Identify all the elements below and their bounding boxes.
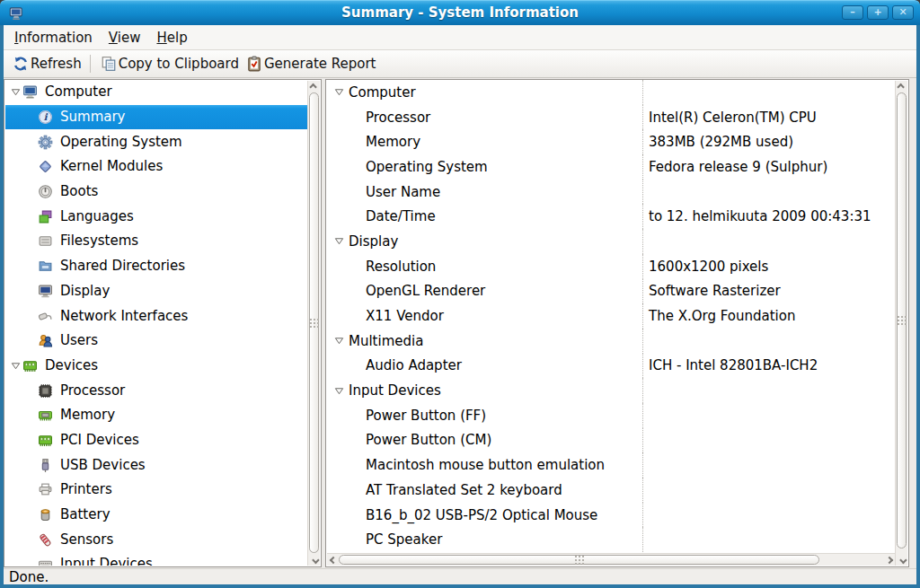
sidebar-item-users[interactable]: Users [5,329,307,354]
titlebar[interactable]: Summary - System Information – + ✕ [0,0,920,25]
detail-group-input-devices[interactable]: Input Devices [327,378,895,403]
details-scrollbar-thumb[interactable] [897,92,907,549]
refresh-label: Refresh [31,56,82,72]
processor-icon [38,383,53,399]
details-hscrollbar-thumb[interactable] [339,555,819,565]
detail-row-processor[interactable]: Processor Intel(R) Celeron(TM) CPU [327,105,895,130]
toolbar-separator [90,55,91,73]
users-icon [38,333,53,348]
detail-row-memory[interactable]: Memory 383MB (292MB used) [327,129,895,154]
copy-to-clipboard-label: Copy to Clipboard [119,56,239,72]
sidebar-item-usb-devices[interactable]: USB Devices [5,452,307,478]
sidebar-item-filesystems[interactable]: Filesystems [5,229,307,254]
expander-down-icon[interactable] [332,385,346,396]
category-tree: Computer i Summary Operating System Kern… [5,80,307,566]
details-rows: Computer Processor Intel(R) Celeron(TM) … [327,80,895,553]
menubar: Information View Help [4,25,916,50]
sidebar-vertical-scrollbar[interactable] [307,81,320,566]
generate-report-button[interactable]: Generate Report [243,53,380,75]
minimize-button[interactable]: – [842,5,863,20]
refresh-button[interactable]: Refresh [9,53,85,75]
languages-icon [38,209,53,224]
power-icon [38,184,53,199]
sidebar-item-pci-devices[interactable]: PCI Devices [5,428,307,453]
sidebar-item-processor[interactable]: Processor [5,378,307,403]
network-icon [38,309,53,324]
scroll-down-icon[interactable] [896,554,907,566]
sidebar-item-computer[interactable]: Computer [5,80,307,105]
sidebar-item-sensors[interactable]: Sensors [5,527,307,552]
scroll-up-icon[interactable] [308,81,320,92]
devices-icon [22,358,38,373]
menu-view[interactable]: View [101,27,149,48]
detail-group-multimedia[interactable]: Multimedia [327,329,895,354]
sidebar-item-boots[interactable]: Boots [5,180,307,205]
window-title: Summary - System Information [0,4,920,21]
details-horizontal-scrollbar[interactable] [327,553,895,566]
sidebar-item-memory[interactable]: Memory [5,403,307,428]
refresh-icon [13,56,29,72]
sidebar-item-devices[interactable]: Devices [5,354,307,379]
menu-help[interactable]: Help [148,27,195,48]
sidebar-scrollbar-thumb[interactable] [309,92,319,553]
filesystems-icon [38,233,53,249]
memory-icon [38,408,53,423]
expander-down-icon[interactable] [9,360,22,371]
sidebar-item-printers[interactable]: Printers [5,478,307,503]
display-icon [38,284,53,299]
detail-group-display[interactable]: Display [327,229,895,254]
sensors-icon [38,532,53,548]
expander-down-icon[interactable] [332,336,346,347]
scroll-up-icon[interactable] [896,81,907,92]
kernel-module-icon [38,159,53,174]
gear-icon [38,135,53,150]
sidebar-item-battery[interactable]: Battery [5,503,307,528]
detail-row-resolution[interactable]: Resolution 1600x1200 pixels [327,254,895,279]
scroll-right-icon[interactable] [883,554,895,566]
scroll-left-icon[interactable] [327,554,339,566]
details-vertical-scrollbar[interactable] [895,81,907,566]
copy-to-clipboard-button[interactable]: Copy to Clipboard [97,53,243,75]
detail-row-operating-system[interactable]: Operating System Fedora release 9 (Sulph… [327,154,895,180]
detail-row-power-button-cm[interactable]: Power Button (CM) [327,428,895,453]
sidebar-item-shared-directories[interactable]: Shared Directories [5,254,307,279]
detail-row-optical-mouse[interactable]: B16_b_02 USB-PS/2 Optical Mouse [327,503,895,528]
sidebar-item-operating-system[interactable]: Operating System [5,129,307,154]
detail-row-pc-speaker[interactable]: PC Speaker [327,527,895,552]
scroll-down-icon[interactable] [308,554,320,566]
expander-down-icon[interactable] [9,87,22,98]
app-window: Summary - System Information – + ✕ Infor… [0,0,920,588]
detail-row-audio-adapter[interactable]: Audio Adapter ICH - Intel 82801BA-ICH2 [327,354,895,379]
status-text: Done. [9,570,49,584]
expander-down-icon[interactable] [332,87,346,98]
sidebar-panel: Computer i Summary Operating System Kern… [4,79,322,567]
computer-icon [22,84,38,100]
sidebar-item-kernel-modules[interactable]: Kernel Modules [5,154,307,180]
expander-down-icon[interactable] [332,236,346,247]
input-devices-icon [38,557,53,566]
printer-icon [38,482,53,497]
sidebar-item-input-devices[interactable]: Input Devices [5,552,307,566]
detail-row-at-keyboard[interactable]: AT Translated Set 2 keyboard [327,478,895,503]
detail-group-computer[interactable]: Computer [327,80,895,105]
generate-report-icon [246,56,262,72]
sidebar-item-summary[interactable]: i Summary [5,105,307,130]
detail-row-opengl-renderer[interactable]: OpenGL Renderer Software Rasterizer [327,279,895,304]
detail-row-x11-vendor[interactable]: X11 Vendor The X.Org Foundation [327,303,895,329]
pci-icon [38,433,53,448]
sidebar-item-languages[interactable]: Languages [5,204,307,229]
usb-icon [38,458,53,473]
maximize-button[interactable]: + [867,5,889,20]
toolbar: Refresh Copy to Clipboard Generate Repor… [4,50,916,78]
detail-row-date-time[interactable]: Date/Time to 12. helmikuuta 2009 00:43:3… [327,204,895,229]
main-area: Computer i Summary Operating System Kern… [4,78,916,568]
detail-row-user-name[interactable]: User Name [327,180,895,205]
menu-information[interactable]: Information [6,27,101,48]
generate-report-label: Generate Report [264,56,376,72]
sidebar-item-network-interfaces[interactable]: Network Interfaces [5,303,307,329]
detail-row-macintosh-mouse[interactable]: Macintosh mouse button emulation [327,452,895,478]
summary-info-icon: i [38,110,53,125]
sidebar-item-display[interactable]: Display [5,279,307,304]
detail-row-power-button-ff[interactable]: Power Button (FF) [327,403,895,428]
close-button[interactable]: ✕ [892,5,914,20]
